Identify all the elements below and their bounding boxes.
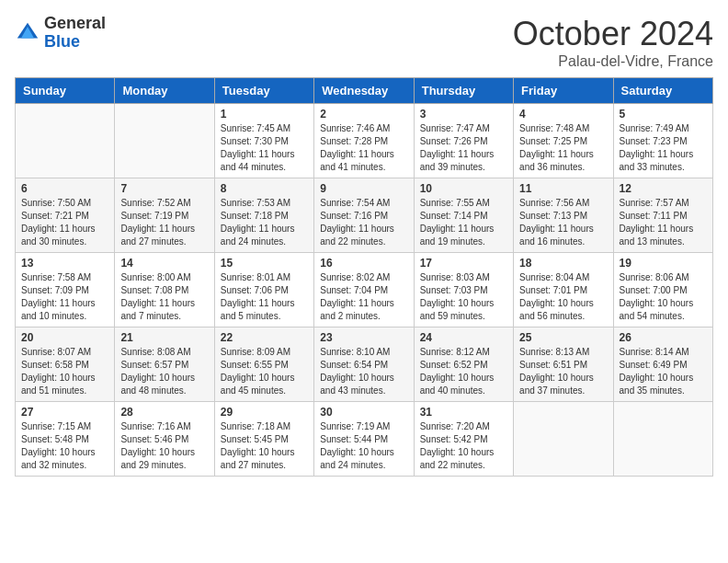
weekday-header-monday: Monday xyxy=(115,78,214,104)
day-info: Sunrise: 7:16 AMSunset: 5:46 PMDaylight:… xyxy=(120,420,208,472)
calendar-cell: 10Sunrise: 7:55 AMSunset: 7:14 PMDayligh… xyxy=(414,178,513,253)
calendar-cell: 28Sunrise: 7:16 AMSunset: 5:46 PMDayligh… xyxy=(115,402,214,477)
day-number: 25 xyxy=(519,331,607,344)
weekday-header-wednesday: Wednesday xyxy=(314,78,414,104)
calendar-cell: 15Sunrise: 8:01 AMSunset: 7:06 PMDayligh… xyxy=(214,253,313,327)
calendar-cell: 17Sunrise: 8:03 AMSunset: 7:03 PMDayligh… xyxy=(414,253,513,327)
weekday-header-tuesday: Tuesday xyxy=(214,78,313,104)
day-number: 24 xyxy=(420,331,507,344)
logo-icon xyxy=(15,20,40,46)
day-info: Sunrise: 7:15 AMSunset: 5:48 PMDaylight:… xyxy=(21,420,108,472)
day-number: 27 xyxy=(21,406,108,419)
week-row-3: 13Sunrise: 7:58 AMSunset: 7:09 PMDayligh… xyxy=(16,253,713,327)
day-number: 31 xyxy=(420,406,507,419)
calendar-cell xyxy=(115,104,214,178)
day-number: 4 xyxy=(519,108,607,121)
day-number: 14 xyxy=(120,257,208,270)
calendar-cell: 5Sunrise: 7:49 AMSunset: 7:23 PMDaylight… xyxy=(613,104,712,178)
day-number: 1 xyxy=(221,108,308,121)
logo: General Blue xyxy=(15,15,106,52)
day-info: Sunrise: 8:06 AMSunset: 7:00 PMDaylight:… xyxy=(620,271,707,323)
day-info: Sunrise: 7:58 AMSunset: 7:09 PMDaylight:… xyxy=(21,271,108,323)
day-info: Sunrise: 8:08 AMSunset: 6:57 PMDaylight:… xyxy=(120,346,208,397)
day-info: Sunrise: 7:49 AMSunset: 7:23 PMDaylight:… xyxy=(620,122,707,174)
day-number: 17 xyxy=(420,257,507,270)
calendar-cell: 2Sunrise: 7:46 AMSunset: 7:28 PMDaylight… xyxy=(314,104,414,178)
week-row-2: 6Sunrise: 7:50 AMSunset: 7:21 PMDaylight… xyxy=(16,178,713,253)
weekday-header-friday: Friday xyxy=(514,78,613,104)
calendar-cell: 24Sunrise: 8:12 AMSunset: 6:52 PMDayligh… xyxy=(414,327,513,402)
day-number: 23 xyxy=(320,331,407,344)
day-info: Sunrise: 7:46 AMSunset: 7:28 PMDaylight:… xyxy=(320,122,407,174)
day-info: Sunrise: 8:10 AMSunset: 6:54 PMDaylight:… xyxy=(320,346,407,397)
day-number: 20 xyxy=(21,331,108,344)
calendar-cell: 11Sunrise: 7:56 AMSunset: 7:13 PMDayligh… xyxy=(514,178,613,253)
logo-general-text: General xyxy=(44,15,106,33)
day-info: Sunrise: 8:13 AMSunset: 6:51 PMDaylight:… xyxy=(519,346,607,397)
day-info: Sunrise: 8:14 AMSunset: 6:49 PMDaylight:… xyxy=(620,346,707,397)
day-info: Sunrise: 7:50 AMSunset: 7:21 PMDaylight:… xyxy=(21,197,108,248)
calendar-cell: 14Sunrise: 8:00 AMSunset: 7:08 PMDayligh… xyxy=(115,253,214,327)
weekday-header-row: SundayMondayTuesdayWednesdayThursdayFrid… xyxy=(16,78,713,104)
day-number: 12 xyxy=(620,182,707,195)
day-info: Sunrise: 7:20 AMSunset: 5:42 PMDaylight:… xyxy=(420,420,507,472)
day-number: 18 xyxy=(519,257,607,270)
week-row-1: 1Sunrise: 7:45 AMSunset: 7:30 PMDaylight… xyxy=(16,104,713,178)
day-number: 21 xyxy=(120,331,208,344)
day-info: Sunrise: 7:47 AMSunset: 7:26 PMDaylight:… xyxy=(420,122,507,174)
weekday-header-thursday: Thursday xyxy=(414,78,513,104)
calendar-cell: 20Sunrise: 8:07 AMSunset: 6:58 PMDayligh… xyxy=(16,327,115,402)
day-info: Sunrise: 8:01 AMSunset: 7:06 PMDaylight:… xyxy=(221,271,308,323)
day-number: 19 xyxy=(620,257,707,270)
calendar-cell: 9Sunrise: 7:54 AMSunset: 7:16 PMDaylight… xyxy=(314,178,414,253)
calendar-cell: 19Sunrise: 8:06 AMSunset: 7:00 PMDayligh… xyxy=(613,253,712,327)
day-number: 3 xyxy=(420,108,507,121)
calendar-table: SundayMondayTuesdayWednesdayThursdayFrid… xyxy=(15,77,713,477)
calendar-cell: 1Sunrise: 7:45 AMSunset: 7:30 PMDaylight… xyxy=(214,104,313,178)
weekday-header-saturday: Saturday xyxy=(613,78,712,104)
month-title: October 2024 xyxy=(513,15,713,53)
day-info: Sunrise: 7:52 AMSunset: 7:19 PMDaylight:… xyxy=(120,197,208,248)
calendar-cell xyxy=(514,402,613,477)
calendar-cell: 3Sunrise: 7:47 AMSunset: 7:26 PMDaylight… xyxy=(414,104,513,178)
day-info: Sunrise: 7:55 AMSunset: 7:14 PMDaylight:… xyxy=(420,197,507,248)
day-info: Sunrise: 8:03 AMSunset: 7:03 PMDaylight:… xyxy=(420,271,507,323)
day-number: 5 xyxy=(620,108,707,121)
day-info: Sunrise: 7:45 AMSunset: 7:30 PMDaylight:… xyxy=(221,122,308,174)
day-info: Sunrise: 8:09 AMSunset: 6:55 PMDaylight:… xyxy=(221,346,308,397)
calendar-cell: 27Sunrise: 7:15 AMSunset: 5:48 PMDayligh… xyxy=(16,402,115,477)
day-number: 28 xyxy=(120,406,208,419)
day-number: 9 xyxy=(320,182,407,195)
day-info: Sunrise: 7:57 AMSunset: 7:11 PMDaylight:… xyxy=(620,197,707,248)
calendar-cell xyxy=(16,104,115,178)
day-info: Sunrise: 7:19 AMSunset: 5:44 PMDaylight:… xyxy=(320,420,407,472)
day-number: 11 xyxy=(519,182,607,195)
day-info: Sunrise: 8:02 AMSunset: 7:04 PMDaylight:… xyxy=(320,271,407,323)
day-info: Sunrise: 8:12 AMSunset: 6:52 PMDaylight:… xyxy=(420,346,507,397)
calendar-cell: 6Sunrise: 7:50 AMSunset: 7:21 PMDaylight… xyxy=(16,178,115,253)
day-number: 30 xyxy=(320,406,407,419)
day-info: Sunrise: 7:48 AMSunset: 7:25 PMDaylight:… xyxy=(519,122,607,174)
day-info: Sunrise: 8:07 AMSunset: 6:58 PMDaylight:… xyxy=(21,346,108,397)
weekday-header-sunday: Sunday xyxy=(16,78,115,104)
day-number: 29 xyxy=(221,406,308,419)
day-number: 15 xyxy=(221,257,308,270)
title-block: October 2024 Palau-del-Vidre, France xyxy=(513,15,713,70)
day-number: 7 xyxy=(120,182,208,195)
day-number: 10 xyxy=(420,182,507,195)
calendar-cell: 26Sunrise: 8:14 AMSunset: 6:49 PMDayligh… xyxy=(613,327,712,402)
day-number: 6 xyxy=(21,182,108,195)
calendar-cell: 8Sunrise: 7:53 AMSunset: 7:18 PMDaylight… xyxy=(214,178,313,253)
logo-blue-text: Blue xyxy=(44,33,106,52)
day-info: Sunrise: 8:04 AMSunset: 7:01 PMDaylight:… xyxy=(519,271,607,323)
day-info: Sunrise: 7:56 AMSunset: 7:13 PMDaylight:… xyxy=(519,197,607,248)
calendar-cell: 12Sunrise: 7:57 AMSunset: 7:11 PMDayligh… xyxy=(613,178,712,253)
day-info: Sunrise: 7:53 AMSunset: 7:18 PMDaylight:… xyxy=(221,197,308,248)
day-info: Sunrise: 7:18 AMSunset: 5:45 PMDaylight:… xyxy=(221,420,308,472)
page-header: General Blue October 2024 Palau-del-Vidr… xyxy=(15,15,713,70)
calendar-cell: 16Sunrise: 8:02 AMSunset: 7:04 PMDayligh… xyxy=(314,253,414,327)
calendar-cell: 22Sunrise: 8:09 AMSunset: 6:55 PMDayligh… xyxy=(214,327,313,402)
calendar-cell xyxy=(613,402,712,477)
week-row-4: 20Sunrise: 8:07 AMSunset: 6:58 PMDayligh… xyxy=(16,327,713,402)
calendar-cell: 18Sunrise: 8:04 AMSunset: 7:01 PMDayligh… xyxy=(514,253,613,327)
